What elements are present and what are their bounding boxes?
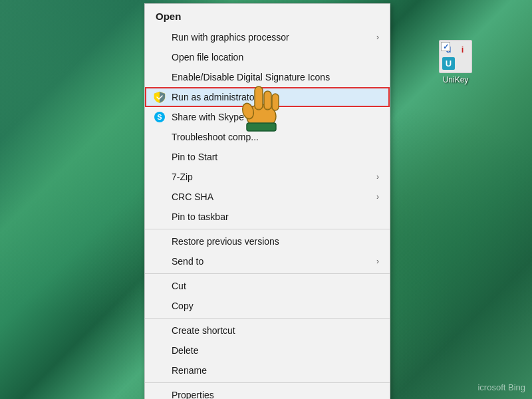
skype-icon-area: S — [153, 110, 166, 124]
menu-label-run-as-admin: Run as administrator — [172, 92, 379, 102]
menu-label-create-shortcut: Create shortcut — [172, 325, 379, 336]
unikey-label: UniKey — [443, 75, 469, 84]
context-menu-header: Open — [145, 4, 390, 27]
submenu-arrow-send-to: › — [376, 257, 379, 266]
menu-item-cut[interactable]: Cut — [145, 276, 390, 296]
menu-label-pin-taskbar: Pin to taskbar — [172, 211, 379, 222]
menu-item-pin-start[interactable]: Pin to Start — [145, 147, 390, 167]
menu-item-copy[interactable]: Copy — [145, 296, 390, 316]
menu-label-share-skype: Share with Skype — [172, 112, 379, 122]
separator-1 — [145, 229, 390, 229]
menu-label-copy: Copy — [172, 301, 379, 311]
icon-checkbox: ✓ — [441, 42, 450, 51]
menu-label-run-graphics: Run with graphics processor — [172, 32, 370, 43]
menu-item-share-skype[interactable]: S Share with Skype — [145, 107, 390, 127]
separator-3 — [145, 318, 390, 319]
menu-label-crc-sha: CRC SHA — [172, 192, 370, 202]
menu-item-restore-versions[interactable]: Restore previous versions — [145, 231, 390, 251]
submenu-arrow-7zip: › — [376, 172, 379, 182]
submenu-arrow-run-graphics: › — [376, 33, 379, 42]
separator-4 — [145, 382, 390, 383]
shield-icon — [154, 91, 166, 103]
menu-label-open-file-location: Open file location — [172, 52, 379, 63]
menu-item-create-shortcut[interactable]: Create shortcut — [145, 321, 390, 340]
bing-watermark: icrosoft Bing — [477, 382, 525, 392]
context-menu-header-label: Open — [156, 11, 379, 22]
menu-item-run-as-admin[interactable]: Run as administrator — [145, 87, 390, 107]
menu-label-cut: Cut — [172, 281, 379, 291]
menu-item-pin-taskbar[interactable]: Pin to taskbar — [145, 207, 390, 227]
submenu-arrow-crc-sha: › — [376, 192, 379, 201]
menu-label-delete: Delete — [172, 345, 379, 356]
icon-cell-i: i — [456, 43, 469, 56]
menu-label-pin-start: Pin to Start — [172, 152, 379, 162]
menu-item-run-graphics[interactable]: Run with graphics processor › — [145, 27, 390, 47]
menu-label-7zip: 7-Zip — [172, 172, 370, 182]
menu-label-rename: Rename — [172, 365, 379, 376]
menu-label-restore-versions: Restore previous versions — [172, 236, 379, 247]
menu-item-properties[interactable]: Properties — [145, 385, 390, 399]
menu-item-crc-sha[interactable]: CRC SHA › — [145, 187, 390, 207]
unikey-desktop-icon[interactable]: d i U ✓ UniKey — [432, 40, 479, 84]
menu-label-troubleshoot: Troubleshoot comp... — [172, 132, 379, 142]
menu-item-open-file-location[interactable]: Open file location — [145, 47, 390, 67]
menu-item-7zip[interactable]: 7-Zip › — [145, 167, 390, 187]
shield-icon-area — [153, 90, 166, 104]
icon-cell-empty — [456, 57, 469, 70]
menu-label-digital-signature: Enable/Disable Digital Signature Icons — [172, 72, 379, 82]
icon-cell-u: U — [442, 57, 455, 70]
separator-2 — [145, 273, 390, 274]
menu-item-rename[interactable]: Rename — [145, 360, 390, 380]
desktop: d i U ✓ UniKey Open Run with graphics pr… — [0, 0, 532, 399]
skype-icon: S — [154, 112, 165, 122]
checkbox-check: ✓ — [443, 43, 449, 51]
menu-label-send-to: Send to — [172, 256, 370, 267]
menu-label-properties: Properties — [172, 390, 379, 399]
unikey-icon-image: d i U ✓ — [439, 40, 472, 73]
menu-item-digital-signature[interactable]: Enable/Disable Digital Signature Icons — [145, 67, 390, 87]
context-menu: Open Run with graphics processor › Open … — [144, 3, 390, 399]
menu-item-troubleshoot[interactable]: Troubleshoot comp... — [145, 127, 390, 147]
menu-item-delete[interactable]: Delete — [145, 340, 390, 360]
menu-item-send-to[interactable]: Send to › — [145, 251, 390, 271]
